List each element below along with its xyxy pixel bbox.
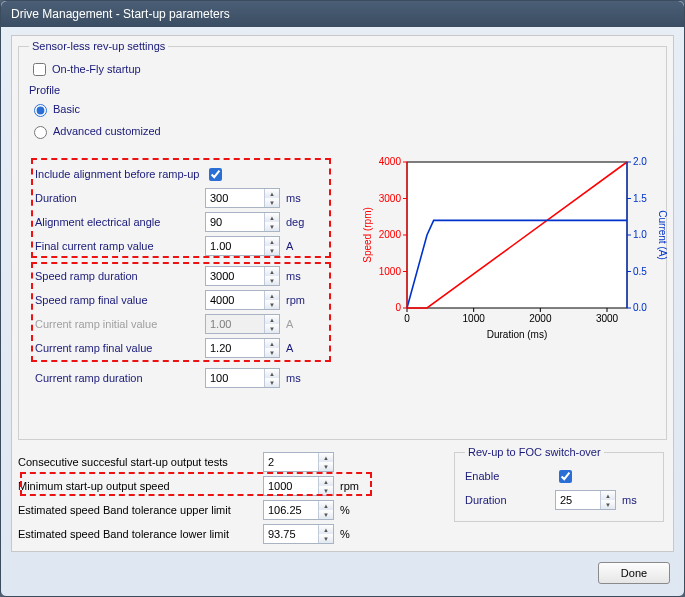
- spin-up-icon[interactable]: ▲: [265, 213, 279, 222]
- on-the-fly-row: On-the-Fly startup: [29, 58, 656, 80]
- rev-duration-unit: ms: [622, 494, 650, 506]
- spin-down-icon[interactable]: ▼: [265, 348, 279, 357]
- spin-up-icon[interactable]: ▲: [319, 501, 333, 510]
- done-button[interactable]: Done: [598, 562, 670, 584]
- svg-text:Current (A): Current (A): [657, 210, 667, 259]
- min-output-speed-input[interactable]: [264, 477, 318, 495]
- consecutive-tests-input[interactable]: [264, 453, 318, 471]
- spin-down-icon[interactable]: ▼: [265, 276, 279, 285]
- duration-spinbox[interactable]: ▲▼: [205, 188, 280, 208]
- speed-ramp-final-input[interactable]: [206, 291, 264, 309]
- title-bar: Drive Management - Start-up parameters: [1, 1, 684, 27]
- svg-text:1.0: 1.0: [633, 229, 647, 240]
- final-current-label: Final current ramp value: [35, 240, 205, 252]
- spin-up-icon[interactable]: ▲: [319, 453, 333, 462]
- spin-down-icon[interactable]: ▼: [265, 246, 279, 255]
- svg-text:0.0: 0.0: [633, 302, 647, 313]
- spin-down-icon: ▼: [265, 324, 279, 333]
- profile-advanced-label: Advanced customized: [53, 125, 161, 137]
- spin-down-icon[interactable]: ▼: [319, 510, 333, 519]
- speed-ramp-final-spinbox[interactable]: ▲▼: [205, 290, 280, 310]
- current-ramp-init-label: Current ramp initial value: [35, 318, 205, 330]
- final-current-spinbox[interactable]: ▲▼: [205, 236, 280, 256]
- spin-down-icon[interactable]: ▼: [319, 486, 333, 495]
- consecutive-tests-spinbox[interactable]: ▲▼: [263, 452, 334, 472]
- current-ramp-final-spinbox[interactable]: ▲▼: [205, 338, 280, 358]
- spin-down-icon[interactable]: ▼: [319, 462, 333, 471]
- profile-basic-label: Basic: [53, 103, 80, 115]
- svg-text:0: 0: [404, 313, 410, 324]
- profile-advanced-radio[interactable]: [34, 126, 47, 139]
- band-lower-spinbox[interactable]: ▲▼: [263, 524, 334, 544]
- spin-up-icon[interactable]: ▲: [319, 525, 333, 534]
- svg-text:0: 0: [395, 302, 401, 313]
- spin-up-icon[interactable]: ▲: [265, 189, 279, 198]
- speed-ramp-dur-label: Speed ramp duration: [35, 270, 205, 282]
- min-output-speed-label: Minimum start-up output speed: [18, 480, 263, 492]
- final-current-input[interactable]: [206, 237, 264, 255]
- speed-ramp-dur-unit: ms: [286, 270, 314, 282]
- svg-text:2000: 2000: [379, 229, 402, 240]
- spin-down-icon[interactable]: ▼: [265, 222, 279, 231]
- on-the-fly-checkbox[interactable]: [33, 63, 46, 76]
- rev-foc-group: Rev-up to FOC switch-over Enable Duratio…: [454, 446, 664, 522]
- current-ramp-final-input[interactable]: [206, 339, 264, 357]
- duration-input[interactable]: [206, 189, 264, 207]
- rev-duration-spinbox[interactable]: ▲▼: [555, 490, 616, 510]
- alignment-angle-spinbox[interactable]: ▲▼: [205, 212, 280, 232]
- svg-rect-0: [407, 162, 627, 308]
- speed-ramp-dur-input[interactable]: [206, 267, 264, 285]
- spin-up-icon[interactable]: ▲: [265, 237, 279, 246]
- min-output-speed-spinbox[interactable]: ▲▼: [263, 476, 334, 496]
- current-ramp-final-unit: A: [286, 342, 314, 354]
- spin-up-icon[interactable]: ▲: [265, 339, 279, 348]
- svg-text:4000: 4000: [379, 156, 402, 167]
- band-lower-input[interactable]: [264, 525, 318, 543]
- spin-down-icon[interactable]: ▼: [265, 198, 279, 207]
- spin-up-icon: ▲: [265, 315, 279, 324]
- revup-settings-group: Sensor-less rev-up settings On-the-Fly s…: [18, 40, 667, 440]
- alignment-angle-input[interactable]: [206, 213, 264, 231]
- current-ramp-init-spinbox: ▲▼: [205, 314, 280, 334]
- spin-up-icon[interactable]: ▲: [601, 491, 615, 500]
- spin-up-icon[interactable]: ▲: [265, 369, 279, 378]
- band-upper-spinbox[interactable]: ▲▼: [263, 500, 334, 520]
- spin-down-icon[interactable]: ▼: [601, 500, 615, 509]
- current-ramp-dur-unit: ms: [286, 372, 314, 384]
- chart-svg: 0100020003000010002000300040000.00.51.01…: [359, 152, 667, 342]
- spin-down-icon[interactable]: ▼: [319, 534, 333, 543]
- speed-ramp-dur-spinbox[interactable]: ▲▼: [205, 266, 280, 286]
- current-ramp-dur-spinbox[interactable]: ▲▼: [205, 368, 280, 388]
- current-ramp-dur-label: Current ramp duration: [35, 372, 205, 384]
- chart: 0100020003000010002000300040000.00.51.01…: [359, 152, 667, 342]
- dialog-window: Drive Management - Start-up parameters S…: [0, 0, 685, 597]
- band-upper-label: Estimated speed Band tolerance upper lim…: [18, 504, 263, 516]
- svg-text:2000: 2000: [529, 313, 552, 324]
- rev-duration-input[interactable]: [556, 491, 600, 509]
- consecutive-tests-label: Consecutive succesful start-up output te…: [18, 456, 263, 468]
- current-ramp-init-unit: A: [286, 318, 314, 330]
- spin-up-icon[interactable]: ▲: [319, 477, 333, 486]
- duration-unit: ms: [286, 192, 314, 204]
- spin-up-icon[interactable]: ▲: [265, 291, 279, 300]
- parameters-left: Include alignment before ramp-up Duratio…: [35, 162, 353, 390]
- alignment-angle-label: Alignment electrical angle: [35, 216, 205, 228]
- spin-up-icon[interactable]: ▲: [265, 267, 279, 276]
- svg-text:1000: 1000: [379, 266, 402, 277]
- bottom-params: Consecutive succesful start-up output te…: [18, 450, 448, 546]
- profile-basic-radio[interactable]: [34, 104, 47, 117]
- band-lower-unit: %: [340, 528, 368, 540]
- window-title: Drive Management - Start-up parameters: [11, 7, 230, 21]
- spin-down-icon[interactable]: ▼: [265, 378, 279, 387]
- client-area: Sensor-less rev-up settings On-the-Fly s…: [11, 35, 674, 552]
- min-output-speed-unit: rpm: [340, 480, 368, 492]
- current-ramp-dur-input[interactable]: [206, 369, 264, 387]
- on-the-fly-label: On-the-Fly startup: [52, 63, 141, 75]
- band-lower-label: Estimated speed Band tolerance lower lim…: [18, 528, 263, 540]
- spin-down-icon[interactable]: ▼: [265, 300, 279, 309]
- band-upper-input[interactable]: [264, 501, 318, 519]
- svg-text:3000: 3000: [379, 193, 402, 204]
- rev-enable-checkbox[interactable]: [559, 470, 572, 483]
- alignment-angle-unit: deg: [286, 216, 314, 228]
- include-alignment-checkbox[interactable]: [209, 168, 222, 181]
